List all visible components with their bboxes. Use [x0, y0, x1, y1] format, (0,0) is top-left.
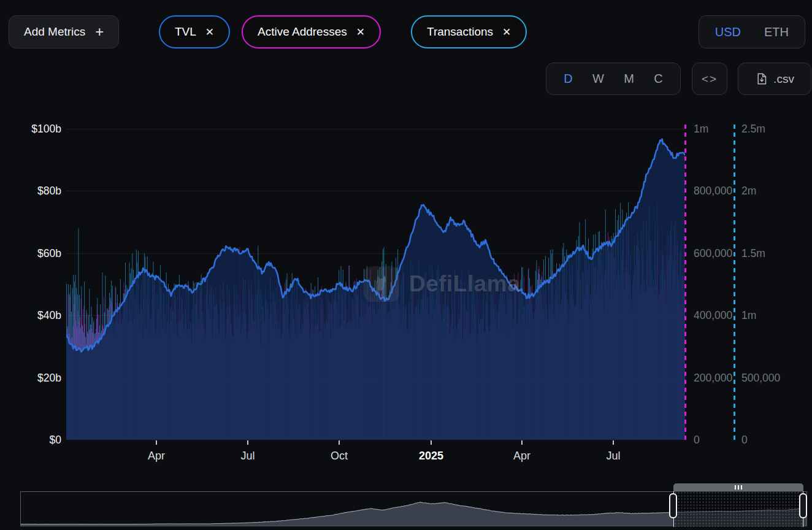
x-axis-tick — [431, 440, 432, 445]
x-axis-label: Oct — [312, 450, 367, 463]
navigator — [0, 482, 812, 530]
tvl-axis-label: $60b — [0, 247, 61, 260]
brush-handle-right[interactable] — [799, 493, 807, 518]
transactions-axis-label: 1.5m — [741, 247, 765, 260]
transactions-axis-label: 0 — [741, 433, 748, 447]
tvl-axis-label: $80b — [0, 184, 61, 198]
transactions-axis-label: 2.5m — [741, 122, 765, 136]
x-axis-tick — [339, 440, 340, 445]
x-axis-tick — [521, 440, 523, 445]
active-addresses-axis-label: 200,000 — [694, 371, 732, 385]
transactions-axis-line — [733, 125, 735, 440]
brush-selection[interactable] — [673, 491, 803, 527]
active-addresses-axis-label: 400,000 — [694, 309, 732, 322]
transactions-axis-label: 1m — [741, 309, 756, 322]
active-addresses-axis-label: 800,000 — [694, 184, 732, 198]
active-addresses-axis-label: 0 — [694, 433, 700, 447]
brush-handle-left[interactable] — [669, 493, 677, 518]
chart-canvas[interactable] — [66, 117, 685, 440]
x-axis-tick — [156, 440, 157, 445]
tvl-axis-label: $0 — [0, 433, 61, 447]
tvl-axis-label: $20b — [0, 371, 61, 385]
brush-drag-bar[interactable] — [673, 483, 803, 491]
active-addresses-axis-label: 1m — [694, 122, 708, 136]
tvl-axis-label: $100b — [0, 122, 61, 136]
active-addresses-axis-label: 600,000 — [694, 247, 732, 260]
x-axis-tick — [613, 440, 614, 445]
x-axis-label: Apr — [129, 450, 184, 463]
x-axis-label: 2025 — [404, 450, 459, 463]
main-chart: $100b$80b$60b$40b$20b$0 1m800,000600,000… — [0, 0, 812, 482]
x-axis-label: Jul — [586, 450, 641, 463]
x-axis-label: Jul — [220, 450, 275, 463]
grip-icon — [735, 485, 736, 490]
transactions-axis-label: 2m — [741, 184, 756, 198]
tvl-axis-label: $40b — [0, 309, 61, 322]
x-axis-label: Apr — [494, 450, 550, 463]
transactions-axis-label: 500,000 — [741, 371, 780, 385]
x-axis-tick — [247, 440, 248, 445]
active-addresses-axis-line — [684, 125, 686, 440]
